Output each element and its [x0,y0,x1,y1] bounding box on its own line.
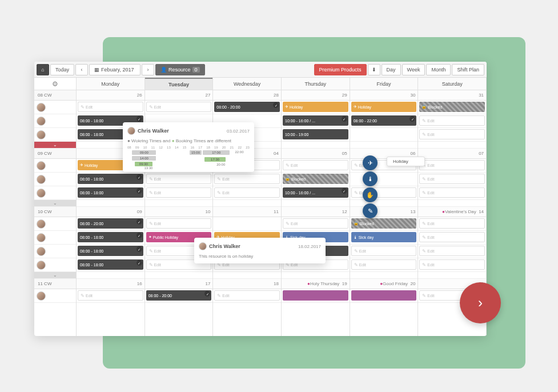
blocked-block[interactable]: 🔒Blocked [419,102,485,112]
edit-slot[interactable]: ✎Edit [351,259,417,270]
blocked-block[interactable]: 🔒Blocked [283,174,348,184]
home-button[interactable]: ⌂ [37,64,49,75]
collapse-toggle[interactable]: ⌄ [34,200,76,207]
shift-block[interactable]: 10:00 - 16:00 / ...✓ [283,187,348,198]
shift-block[interactable]: 08:00 - 20:00✓ [146,290,212,301]
avatar [127,127,135,135]
pencil-icon: ✎ [81,105,85,110]
edit-slot[interactable]: ✎Edit [419,218,485,229]
radial-action-block[interactable]: ✋ [363,187,378,202]
radial-action-edit[interactable]: ✎ [363,203,378,218]
shift-block[interactable]: 08:00 - 18:00✓ [78,174,143,184]
resource-row[interactable] [34,245,76,258]
pencil-icon: ✎ [422,118,426,123]
edit-slot[interactable]: ✎Edit [419,129,485,139]
settings-button[interactable]: ⚙ [34,78,76,90]
resource-row[interactable] [34,217,76,231]
shift-block[interactable]: 08:00 - 18:00✓ [78,232,143,242]
sick-day-block[interactable]: 🌡Sick day [351,232,417,242]
lock-icon: 🔒 [421,105,427,109]
pencil-icon: ✎ [422,262,426,267]
edit-slot[interactable]: ✎Edit [214,290,280,301]
edit-slot[interactable]: ✎Edit [419,115,485,126]
edit-slot[interactable]: ✎Edit [214,174,280,184]
days-container: Monday 26 ✎Edit 08:00 - 18:00✓ 08:00 - 1… [77,78,487,336]
resource-row[interactable] [34,186,76,200]
shift-block[interactable]: 08:00 - 18:00✓ [78,187,143,198]
date-cell: 29 [282,90,350,101]
pencil-icon: ✎ [149,221,153,226]
edit-slot[interactable]: ✎Edit [419,187,485,198]
premium-button[interactable]: Premium Products [314,64,367,75]
edit-slot[interactable]: ✎Edit [78,102,143,112]
edit-slot[interactable]: ✎Edit [351,246,417,256]
collapse-toggle[interactable]: ⌄ [34,272,76,279]
avatar [199,242,207,250]
edit-slot[interactable]: ✎Edit [78,290,143,301]
edit-slot[interactable]: ✎Edit [146,187,212,198]
day-header: Wednesday [213,78,281,90]
view-day[interactable]: Day [382,64,401,75]
edit-slot[interactable]: ✎Edit [146,218,212,229]
resource-row[interactable] [34,114,76,128]
edit-slot[interactable]: ✎Edit [351,187,417,198]
pencil-icon: ✎ [354,249,358,254]
edit-slot[interactable]: ✎Edit [283,218,348,229]
view-month[interactable]: Month [426,64,451,75]
resource-row[interactable] [34,258,76,272]
download-button[interactable]: ⬇ [368,64,380,75]
info-icon: ✓ [410,116,415,122]
avatar [37,291,46,301]
shift-block[interactable]: 08:00 - 18:00✓ [78,259,143,270]
view-shift-plan[interactable]: Shift Plan [452,64,484,75]
holiday-block[interactable]: ✈Holiday [351,102,417,112]
edit-slot[interactable]: ✎Edit [146,174,212,184]
resource-row[interactable] [34,128,76,142]
edit-slot[interactable]: ✎Edit [146,102,212,112]
date-cell: 26 [77,90,144,101]
next-slide-button[interactable]: › [460,282,501,323]
holiday-block[interactable] [351,290,417,301]
info-icon: ✓ [204,291,210,297]
collapse-toggle[interactable]: ⌄ [34,142,76,149]
resource-select[interactable]: 👤 Resource 0 [155,64,205,75]
info-icon: ✓ [137,188,142,194]
view-week[interactable]: Week [402,64,425,75]
resource-row[interactable] [34,173,76,186]
radial-menu: ✈ Holiday 🌡 ✋ ✎ [363,154,378,219]
shift-block[interactable]: 08:00 - 22:00✓ [351,115,417,126]
shift-block[interactable]: 08:00 - 20:00✓ [78,218,143,229]
day-column-thursday: Thursday 29 ✈Holiday 10:00 - 16:00 / ...… [282,78,350,336]
next-period-button[interactable]: › [142,64,154,75]
edit-slot[interactable]: ✎Edit [419,246,485,256]
date-cell: 13 [350,207,418,217]
radial-action-sick[interactable]: 🌡 [363,171,378,186]
edit-slot[interactable]: ✎Edit [419,174,485,184]
resource-row[interactable] [34,101,76,114]
shift-block[interactable]: 08:00 - 20:00✓ [214,102,280,112]
edit-slot[interactable]: ✎Edit [419,259,485,270]
today-button[interactable]: Today [50,64,74,75]
holiday-block[interactable]: ✈Holiday [283,102,348,112]
resource-row[interactable] [34,231,76,245]
edit-slot[interactable]: ✎Edit [283,160,348,170]
resource-row[interactable] [34,289,76,303]
week-label: 09 CW [34,149,76,159]
resource-row[interactable] [34,159,76,173]
holiday-block[interactable] [283,290,348,301]
shift-block[interactable]: 10:00 - 19:00 [283,129,348,139]
shift-block[interactable]: 08:00 - 18:00✓ [78,246,143,256]
prev-period-button[interactable]: ‹ [75,64,88,75]
edit-slot[interactable]: ✎Edit [419,160,485,170]
edit-slot[interactable]: ✎Edit [419,232,485,242]
avatar [37,103,46,112]
date-cell: 11 [213,207,281,217]
radial-action-holiday[interactable]: ✈ [363,155,378,170]
blocked-block[interactable]: 🔒Blocked [351,218,417,229]
period-picker[interactable]: ▦ Febuary, 2017 [89,64,140,75]
shift-block[interactable]: 10:00 - 16:00 / ...✓ [283,115,348,126]
edit-slot[interactable]: ✎Edit [214,187,280,198]
pencil-icon: ✎ [422,190,426,195]
lock-icon: 🔒 [285,177,290,181]
day-header: Monday [77,78,144,90]
